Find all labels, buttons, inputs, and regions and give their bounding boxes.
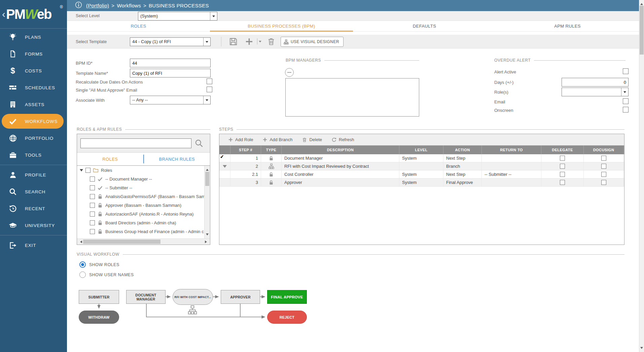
- tree-item-checkbox[interactable]: [90, 212, 95, 217]
- sidebar-item-forms[interactable]: FORMS: [0, 45, 67, 62]
- single-email-checkbox[interactable]: [207, 87, 212, 92]
- sidebar-item-exit[interactable]: EXIT: [0, 237, 67, 254]
- delegate-checkbox[interactable]: [560, 180, 565, 185]
- roles-horizontal-scrollbar[interactable]: [77, 238, 210, 245]
- tree-item[interactable]: Board Directors (admin - Admin cha): [77, 218, 204, 227]
- sidebar-item-profile[interactable]: PROFILE: [0, 166, 67, 183]
- use-visual-designer-button[interactable]: USE VISUAL DESIGNER: [281, 37, 344, 47]
- tree-item-checkbox[interactable]: [90, 194, 95, 199]
- scroll-down-button[interactable]: [639, 347, 644, 352]
- table-row[interactable]: 1 Document Manager System Next Step: [219, 154, 624, 162]
- docusign-checkbox[interactable]: [601, 172, 606, 177]
- alert-active-checkbox[interactable]: [623, 68, 629, 74]
- workflow-node-submitter[interactable]: SUBMITTER: [79, 290, 119, 304]
- search-icon[interactable]: [194, 139, 204, 148]
- tab-business-processes[interactable]: BUSINESS PROCESSES (BPM): [210, 21, 353, 31]
- add-icon[interactable]: [245, 37, 254, 46]
- breadcrumb-portfolio-link[interactable]: (Portfolio): [86, 3, 109, 8]
- sidebar-item-portfolio[interactable]: PORTFOLIO: [0, 130, 67, 147]
- table-row[interactable]: 3 Approver System Final Approve: [219, 179, 624, 187]
- workflow-node-reject[interactable]: REJECT: [267, 311, 307, 324]
- sidebar-collapse-chevron-icon[interactable]: ‹: [2, 9, 5, 19]
- scroll-up-button[interactable]: [639, 0, 644, 5]
- tab-apm-rules[interactable]: APM RULES: [496, 21, 639, 31]
- tree-item[interactable]: AnalisisGastoPermisoSAF (Bassam - Bassam…: [77, 192, 204, 201]
- docusign-checkbox[interactable]: [601, 164, 606, 169]
- tab-roles[interactable]: ROLES: [67, 21, 210, 31]
- tree-item[interactable]: Approver (Bassam - Bassam Samman): [77, 201, 204, 210]
- scrollbar-thumb[interactable]: [205, 172, 209, 186]
- select-level-dropdown[interactable]: (System): [138, 12, 217, 21]
- template-name-field[interactable]: [130, 69, 211, 77]
- sidebar-item-assets[interactable]: ASSETS: [0, 96, 67, 113]
- tree-item[interactable]: -- Submitter --: [77, 183, 204, 192]
- roles-dropdown[interactable]: [562, 88, 629, 96]
- sidebar-item-plans[interactable]: PLANS: [0, 29, 67, 45]
- tree-root-checkbox[interactable]: [85, 168, 91, 173]
- add-branch-button[interactable]: Add Branch: [262, 137, 292, 142]
- workflow-node-document-manager[interactable]: DOCUMENT MANAGER: [126, 290, 166, 304]
- workflow-node-approver[interactable]: APPROVER: [221, 290, 260, 304]
- onscreen-checkbox[interactable]: [623, 107, 629, 113]
- scroll-right-arrow-icon[interactable]: [205, 241, 208, 243]
- tree-expander-icon[interactable]: [80, 169, 83, 173]
- tree-item-checkbox[interactable]: [90, 220, 95, 225]
- bpm-id-field[interactable]: [130, 59, 211, 67]
- days-field[interactable]: [562, 78, 629, 87]
- page-vertical-scrollbar[interactable]: [639, 0, 644, 352]
- add-menu-caret-icon[interactable]: [257, 39, 262, 44]
- docusign-checkbox[interactable]: [601, 156, 606, 161]
- tree-item[interactable]: Business Group Head of Finance (admin - …: [77, 227, 204, 236]
- refresh-button[interactable]: Refresh: [331, 137, 354, 142]
- scroll-up-arrow-icon[interactable]: [206, 167, 209, 171]
- associate-with-dropdown[interactable]: -- Any --: [130, 96, 211, 104]
- select-template-dropdown[interactable]: 44 - Copy (1) of RFI: [130, 37, 211, 46]
- bpm-managers-listbox[interactable]: [285, 78, 419, 117]
- tree-item[interactable]: -- Document Manager --: [77, 174, 204, 183]
- tab-roles-inner[interactable]: ROLES: [77, 153, 143, 165]
- delete-icon[interactable]: [267, 37, 276, 46]
- tab-defaults[interactable]: DEFAULTS: [353, 21, 496, 31]
- sidebar-item-costs[interactable]: $ COSTS: [0, 62, 67, 79]
- info-icon[interactable]: [75, 1, 82, 10]
- roles-search-input[interactable]: [80, 138, 191, 148]
- delegate-checkbox[interactable]: [560, 164, 565, 169]
- sidebar-item-workflows[interactable]: WORKFLOWS: [2, 114, 64, 129]
- delegate-checkbox[interactable]: [560, 172, 565, 177]
- sidebar-item-recent[interactable]: RECENT: [0, 200, 67, 217]
- collapse-branch-icon[interactable]: [223, 165, 227, 170]
- table-row[interactable]: 2 RFI with Cost Impact Reviewed by Contr…: [219, 162, 624, 170]
- bpm-managers-picker-button[interactable]: [285, 68, 294, 77]
- docusign-checkbox[interactable]: [601, 180, 606, 185]
- workflow-node-final-approve[interactable]: FINAL APPROVE: [267, 290, 307, 304]
- table-row[interactable]: 2.1 Cost Controller System Next Step -- …: [219, 170, 624, 179]
- chevron-down-icon[interactable]: [621, 88, 628, 96]
- logo[interactable]: ‹ PMWeb ®: [0, 0, 67, 29]
- scroll-left-arrow-icon[interactable]: [79, 241, 82, 243]
- scroll-down-arrow-icon[interactable]: [206, 233, 209, 237]
- tree-root-roles[interactable]: Roles: [77, 166, 204, 174]
- delegate-checkbox[interactable]: [560, 156, 565, 161]
- delete-step-button[interactable]: Delete: [302, 137, 322, 142]
- row-expander-cell[interactable]: [219, 162, 230, 170]
- chevron-down-icon[interactable]: [203, 96, 210, 104]
- scrollbar-thumb[interactable]: [640, 6, 644, 55]
- add-role-button[interactable]: Add Role: [228, 137, 253, 142]
- workflow-node-withdraw[interactable]: WITHDRAW: [79, 311, 119, 324]
- sidebar-item-university[interactable]: UNIVERSITY: [0, 217, 67, 234]
- tree-item-checkbox[interactable]: [90, 185, 95, 190]
- email-checkbox[interactable]: [623, 98, 629, 104]
- chevron-down-icon[interactable]: [210, 12, 217, 20]
- sidebar-item-schedules[interactable]: SCHEDULES: [0, 79, 67, 96]
- roles-vertical-scrollbar[interactable]: [204, 166, 210, 238]
- chevron-down-icon[interactable]: [203, 38, 210, 46]
- workflow-node-branch[interactable]: RFI WITH COST IMPACT...: [173, 289, 213, 305]
- sidebar-item-search[interactable]: SEARCH: [0, 183, 67, 200]
- recalculate-checkbox[interactable]: [207, 78, 212, 84]
- scrollbar-thumb[interactable]: [83, 239, 160, 244]
- tree-item-checkbox[interactable]: [90, 229, 95, 234]
- save-icon[interactable]: [229, 37, 238, 46]
- tab-branch-rules[interactable]: BRANCH RULES: [144, 153, 210, 165]
- tree-item-checkbox[interactable]: [90, 177, 95, 182]
- sidebar-item-tools[interactable]: TOOLS: [0, 147, 67, 163]
